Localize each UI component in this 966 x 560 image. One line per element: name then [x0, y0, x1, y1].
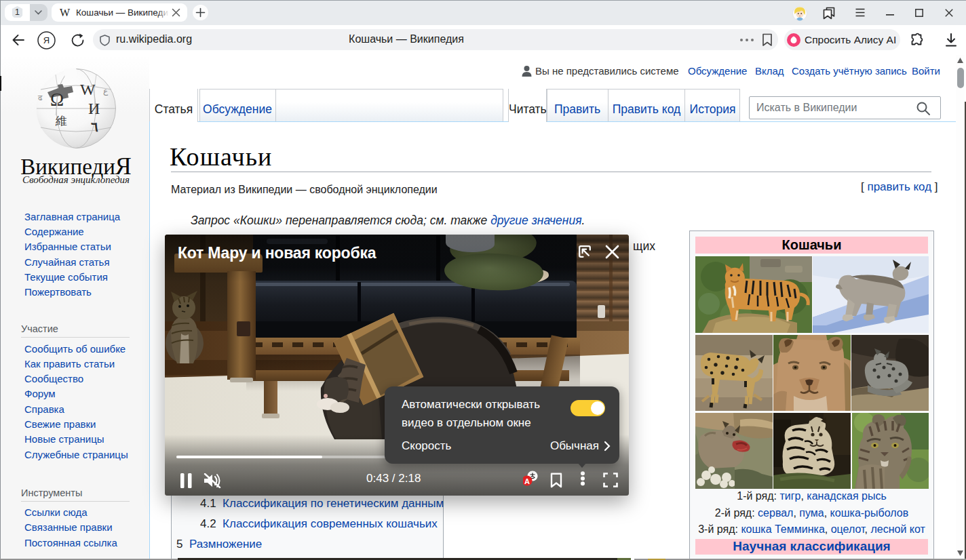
svg-text:維: 維 — [55, 115, 67, 127]
svg-text:Я: Я — [43, 35, 50, 45]
svg-text:Ω: Ω — [50, 89, 64, 110]
svg-text:ढ: ढ — [37, 93, 43, 102]
svg-text:A: A — [524, 477, 530, 485]
svg-text:٦: ٦ — [91, 119, 98, 134]
svg-text:И: И — [88, 100, 100, 117]
svg-text:W: W — [80, 81, 96, 98]
svg-text:ع: ع — [103, 86, 109, 96]
